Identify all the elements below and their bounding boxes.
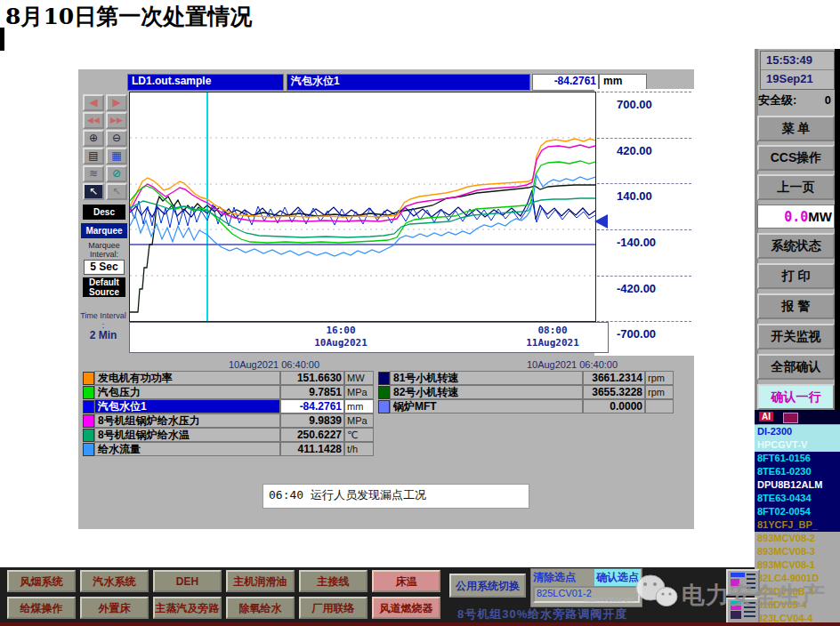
nav-zhuzhengqi[interactable]: 主蒸汽及旁路	[153, 597, 222, 619]
nav-deh[interactable]: DEH	[153, 570, 222, 592]
x-tick-date: 11Aug2021	[504, 337, 602, 349]
pen-name[interactable]: 汽包水位1	[94, 399, 280, 413]
table-row[interactable]: 81号小机转速 3661.2314 rpm	[378, 371, 663, 385]
print-button[interactable]: 打 印	[757, 263, 835, 289]
alarm-filter-icon[interactable]	[783, 413, 798, 423]
alarm-item[interactable]: 8TE61-0230	[755, 465, 840, 478]
time-interval-caption: Time Interval :	[80, 311, 126, 330]
nav-qishui[interactable]: 汽水系统	[80, 570, 149, 592]
pen-name[interactable]: 8号机组锅炉给水温	[94, 428, 280, 442]
nav-changyong[interactable]: 厂用联络	[299, 597, 368, 619]
time-interval-label: Time Interval : 2 Min	[78, 311, 128, 341]
pen-name[interactable]: 8号机组锅炉给水压力	[94, 413, 280, 428]
nav-geimei[interactable]: 给煤操作	[7, 597, 76, 619]
table-row[interactable]: 给水流量 411.1428 t/h	[83, 442, 372, 456]
nav-zhujiexian[interactable]: 主接线	[299, 570, 368, 592]
alarm-item[interactable]: 82LC4-9001D	[755, 572, 840, 585]
trend-pen-value: -84.2761	[532, 74, 599, 91]
pen-unit: rpm	[645, 385, 674, 399]
alarm-item[interactable]: DI-2300	[755, 425, 840, 438]
ccs-operate-button[interactable]: CCS操作	[757, 145, 835, 171]
table-row[interactable]: 锅炉MFT 0.0000	[378, 399, 663, 413]
alarm-item[interactable]: 8FT02-0054	[755, 505, 840, 518]
ai-badge: AI	[759, 412, 773, 421]
pen-name[interactable]: 82号小机转速	[390, 385, 583, 399]
pen-value: 9.7851	[280, 385, 344, 399]
cursor-select-icon[interactable]: ↖	[83, 183, 104, 200]
fast-forward-icon[interactable]: ▶▶	[106, 112, 127, 129]
scribble-pen-icon[interactable]: ≋	[83, 165, 104, 182]
trend-source-box[interactable]: LD1.out.sample	[127, 74, 284, 91]
ack-one-line-button[interactable]: 确认一行	[757, 384, 835, 410]
zoom-in-icon[interactable]: ⊕	[83, 130, 104, 147]
nav-fengyan[interactable]: 风烟系统	[7, 570, 76, 592]
pen-color-swatch	[83, 372, 94, 385]
alarm-item[interactable]: 893MCV08-1	[755, 558, 840, 572]
confirm-point-button[interactable]: 确认选点	[594, 569, 641, 586]
alarm-item[interactable]: 8FT61-0156	[755, 452, 840, 465]
fast-back-icon[interactable]: ◀◀	[83, 112, 104, 129]
mini-trend-icon[interactable]	[726, 598, 760, 624]
common-system-switch-button[interactable]: 公用系统切换	[449, 574, 526, 598]
desc-button[interactable]: Desc	[83, 205, 125, 220]
table-row[interactable]: 82号小机转速 3655.3228 rpm	[378, 385, 663, 399]
table-row[interactable]: 发电机有功功率 151.6630 MW	[83, 371, 372, 385]
y-tick: 700.00	[597, 92, 691, 136]
alarm-item[interactable]: 893MCV08-3	[755, 545, 840, 558]
point-description: 8号机组30%给水旁路调阀开度	[457, 606, 627, 622]
default-source-button[interactable]: Default Source	[83, 277, 125, 297]
y-tick: -420.00	[597, 276, 691, 320]
alarm-item[interactable]: 893MCV08-2	[755, 532, 840, 545]
nav-waizhichuang[interactable]: 外置床	[80, 597, 149, 619]
grid-icon[interactable]: ▦	[106, 148, 127, 165]
alarm-item[interactable]: 818DV05-4	[755, 598, 840, 612]
pen-value: 9.9839	[280, 413, 344, 428]
table-row-selected[interactable]: 汽包水位1 -84.2761 mm	[83, 399, 372, 413]
step-back-icon[interactable]: ◀	[83, 94, 104, 111]
ack-all-button[interactable]: 全部确认	[757, 354, 835, 380]
clear-point-button[interactable]: 清除选点	[533, 570, 576, 585]
trend-pen-name-box[interactable]: 汽包水位1	[287, 74, 530, 91]
window-list-icon[interactable]: ▤	[83, 148, 104, 165]
pen-unit: t/h	[344, 442, 374, 456]
previous-page-button[interactable]: 上一页	[757, 174, 835, 200]
alarm-item[interactable]: 81YCFJ_BP_	[755, 518, 840, 532]
alarm-item[interactable]: DPU8B12ALM	[755, 478, 840, 492]
pen-name[interactable]: 给水流量	[94, 442, 280, 456]
nav-chuyang[interactable]: 除氧给水	[226, 597, 295, 619]
pen-name[interactable]: 发电机有功功率	[94, 371, 280, 385]
alarm-item[interactable]: 822DV08B-4	[755, 585, 840, 598]
table-timestamp: 10Aug2021 06:40:00	[185, 359, 363, 370]
alarm-button[interactable]: 报 警	[757, 293, 835, 319]
mini-trend-icon[interactable]	[726, 569, 760, 596]
trend-plot[interactable]	[129, 92, 596, 322]
table-row[interactable]: 8号机组锅炉给水温 250.6227 ℃	[83, 428, 372, 442]
nav-runhuayou[interactable]: 主机润滑油	[226, 570, 295, 592]
alarm-item[interactable]: HPCGVT-V	[755, 438, 840, 452]
marquee-button[interactable]: Marquee	[81, 223, 127, 238]
nav-chuangwen[interactable]: 床温	[372, 570, 440, 592]
pen-name[interactable]: 锅炉MFT	[390, 399, 583, 413]
marquee-interval-label: Marquee Interval:	[79, 241, 129, 259]
pen-name[interactable]: 汽包压力	[94, 385, 280, 399]
zoom-out-icon[interactable]: ⊖	[106, 130, 127, 147]
table-row[interactable]: 8号机组锅炉给水压力 9.9839 MPa	[83, 413, 372, 428]
pen-unit: mm	[344, 399, 374, 413]
pen-unit: MW	[344, 371, 374, 385]
y-tick: 140.00	[597, 183, 691, 228]
switch-monitor-button[interactable]: 开关监视	[757, 324, 835, 349]
y-tick: -140.00	[597, 229, 691, 274]
pen-name[interactable]: 81号小机转速	[390, 371, 583, 385]
nav-fengdao[interactable]: 风道燃烧器	[372, 597, 440, 619]
disable-icon[interactable]: ⊘	[106, 165, 127, 182]
menu-button[interactable]: 菜 单	[757, 116, 835, 141]
alarm-item[interactable]: 8TE63-0434	[755, 492, 840, 505]
cursor-alt-icon[interactable]: ↖	[106, 183, 127, 200]
step-forward-icon[interactable]: ▶	[106, 94, 127, 111]
system-status-button[interactable]: 系统状态	[757, 233, 835, 259]
marquee-interval-value[interactable]: 5 Sec	[84, 260, 125, 275]
table-row[interactable]: 汽包压力 9.7851 MPa	[83, 385, 372, 399]
x-tick-time: 08:00	[504, 325, 602, 337]
time-interval-value: 2 Min	[90, 329, 117, 341]
security-level-row: 安全级: 0	[758, 91, 835, 110]
